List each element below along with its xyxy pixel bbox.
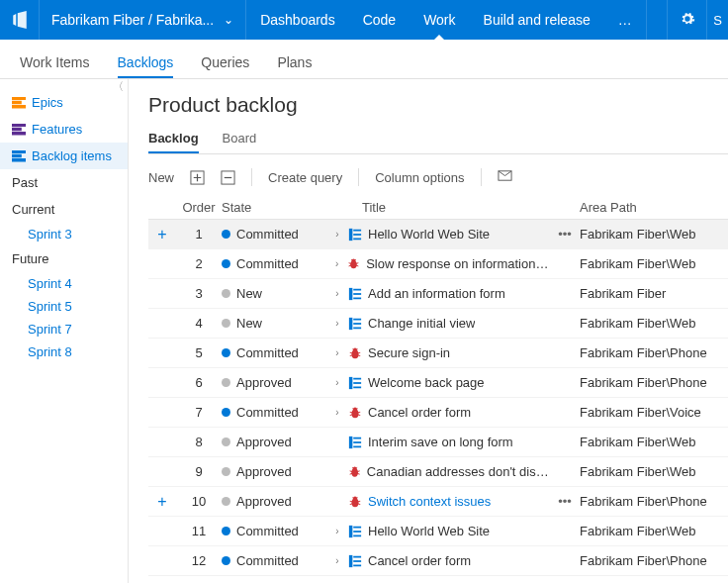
backlog-row[interactable]: 3New›Add an information formFabrikam Fib… [148, 279, 728, 309]
work-item-title[interactable]: Interim save on long form [368, 435, 513, 449]
cell-title[interactable]: ›Cancel order form [332, 405, 550, 420]
view-tab-backlog[interactable]: Backlog [148, 131, 199, 153]
work-item-title[interactable]: Hello World Web Site [368, 524, 490, 538]
add-child-button[interactable] [190, 170, 205, 185]
cell-title[interactable]: Switch context issues [332, 494, 550, 509]
row-context-menu[interactable]: ••• [550, 227, 580, 242]
state-dot-icon [222, 378, 230, 387]
cell-title[interactable]: ›Add an information form [332, 286, 550, 301]
cell-title[interactable]: ›Slow response on information form [332, 256, 550, 271]
nav-tab-build-and-release[interactable]: Build and release [470, 0, 604, 40]
expand-icon[interactable]: › [332, 229, 342, 240]
vsts-logo[interactable] [0, 0, 40, 40]
work-item-title[interactable]: Cancel order form [368, 553, 471, 568]
expand-icon[interactable]: › [332, 318, 342, 329]
sidebar-sprint[interactable]: Sprint 3 [0, 223, 128, 245]
work-item-title[interactable]: Cancel order form [368, 405, 471, 420]
work-item-title[interactable]: Welcome back page [368, 375, 485, 390]
backlog-row[interactable]: 8ApprovedInterim save on long formFabrik… [148, 428, 728, 457]
cell-title[interactable]: ›Hello World Web Site [332, 524, 550, 538]
work-item-title[interactable]: Change initial view [368, 316, 475, 331]
collapse-sidebar-icon[interactable]: 〈 [113, 79, 124, 94]
remove-button[interactable] [221, 170, 235, 185]
backlog-row[interactable]: 7Committed›Cancel order formFabrikam Fib… [148, 398, 728, 428]
backlog-row[interactable]: 2Committed›Slow response on information … [148, 249, 728, 279]
cell-area-path: Fabrikam Fiber\Web [580, 316, 728, 331]
work-item-title[interactable]: Hello World Web Site [368, 227, 490, 242]
cell-title[interactable]: ›Welcome back page [332, 375, 550, 390]
cell-order: 1 [176, 227, 222, 242]
sidebar-sprint[interactable]: Sprint 8 [0, 340, 128, 363]
hub-tab-work-items[interactable]: Work Items [20, 54, 90, 78]
right-panel-button[interactable]: S [706, 0, 728, 40]
sidebar-backlog-items[interactable]: Backlog items [0, 143, 128, 169]
backlog-row[interactable]: 9ApprovedCanadian addresses don't displa… [148, 457, 728, 487]
mail-icon [498, 168, 512, 186]
project-breadcrumb[interactable]: Fabrikam Fiber / Fabrika... ⌄ [40, 0, 246, 40]
cell-title[interactable]: ›Hello World Web Site [332, 227, 550, 242]
view-tab-board[interactable]: Board [223, 131, 257, 153]
add-child-icon[interactable]: + [148, 493, 176, 511]
cell-title[interactable]: ›Change initial view [332, 316, 550, 331]
backlog-row[interactable]: 4New›Change initial viewFabrikam Fiber\W… [148, 309, 728, 339]
cell-title[interactable]: ›Cancel order form [332, 553, 550, 568]
sidebar-sprint[interactable]: Sprint 5 [0, 295, 128, 318]
hub-tab-backlogs[interactable]: Backlogs [118, 54, 174, 78]
bug-icon [348, 406, 362, 420]
settings-button[interactable] [667, 0, 706, 40]
email-button[interactable] [498, 168, 512, 186]
nav-tab-code[interactable]: Code [349, 0, 410, 40]
page-title: Product backlog [148, 93, 728, 117]
new-item-button[interactable]: New [148, 170, 174, 185]
nav-tab-work[interactable]: Work [410, 0, 469, 40]
hub-tab-queries[interactable]: Queries [201, 54, 249, 78]
col-header-state[interactable]: State [222, 200, 332, 215]
cell-order: 12 [176, 553, 222, 568]
create-query-button[interactable]: Create query [268, 170, 342, 185]
col-header-order[interactable]: Order [176, 200, 222, 215]
backlog-row[interactable]: 6Approved›Welcome back pageFabrikam Fibe… [148, 368, 728, 398]
cell-area-path: Fabrikam Fiber\Phone [580, 375, 728, 390]
nav-overflow[interactable]: … [604, 0, 647, 40]
backlog-row[interactable]: +1Committed›Hello World Web Site•••Fabri… [148, 220, 728, 249]
pbi-icon [348, 554, 362, 568]
svg-rect-6 [353, 238, 361, 240]
nav-tab-dashboards[interactable]: Dashboards [246, 0, 349, 40]
sidebar-sprint[interactable]: Sprint 7 [0, 318, 128, 340]
work-item-title[interactable]: Secure sign-in [368, 345, 450, 360]
expand-icon[interactable]: › [332, 555, 342, 566]
backlog-row[interactable]: +10ApprovedSwitch context issues•••Fabri… [148, 487, 728, 517]
row-context-menu[interactable]: ••• [550, 494, 580, 509]
col-header-title[interactable]: Title [332, 200, 550, 215]
pbi-icon [348, 525, 362, 538]
cell-title[interactable]: Canadian addresses don't display [332, 464, 550, 479]
sidebar-backlog-epics[interactable]: Epics [0, 89, 128, 116]
svg-rect-26 [353, 437, 361, 438]
sidebar-backlog-features[interactable]: Features [0, 116, 128, 143]
svg-rect-19 [349, 376, 353, 388]
breadcrumb-text: Fabrikam Fiber / Fabrika... [51, 12, 214, 28]
backlog-row[interactable]: 11Committed›Hello World Web SiteFabrikam… [148, 517, 728, 546]
column-options-button[interactable]: Column options [375, 170, 464, 185]
cell-title[interactable]: Interim save on long form [332, 435, 550, 449]
expand-icon[interactable]: › [332, 526, 342, 536]
backlog-row[interactable]: 12Committed›Cancel order formFabrikam Fi… [148, 546, 728, 576]
hub-tab-plans[interactable]: Plans [277, 54, 312, 78]
expand-icon[interactable]: › [332, 407, 342, 418]
work-item-title[interactable]: Switch context issues [368, 494, 491, 509]
expand-icon[interactable]: › [332, 288, 342, 299]
cell-title[interactable]: ›Secure sign-in [332, 345, 550, 360]
add-child-icon[interactable]: + [148, 226, 176, 243]
expand-icon[interactable]: › [332, 377, 342, 388]
expand-icon[interactable]: › [332, 258, 341, 269]
expand-icon[interactable]: › [332, 347, 342, 358]
cell-area-path: Fabrikam Fiber\Web [580, 435, 728, 449]
work-item-title[interactable]: Canadian addresses don't display [367, 464, 550, 479]
work-item-title[interactable]: Slow response on information form [366, 256, 550, 271]
backlog-row[interactable]: 5Committed›Secure sign-inFabrikam Fiber\… [148, 339, 728, 368]
sidebar-sprint[interactable]: Sprint 4 [0, 272, 128, 295]
col-header-area[interactable]: Area Path [580, 200, 728, 215]
cell-order: 3 [176, 286, 222, 301]
svg-rect-9 [349, 287, 353, 299]
work-item-title[interactable]: Add an information form [368, 286, 505, 301]
